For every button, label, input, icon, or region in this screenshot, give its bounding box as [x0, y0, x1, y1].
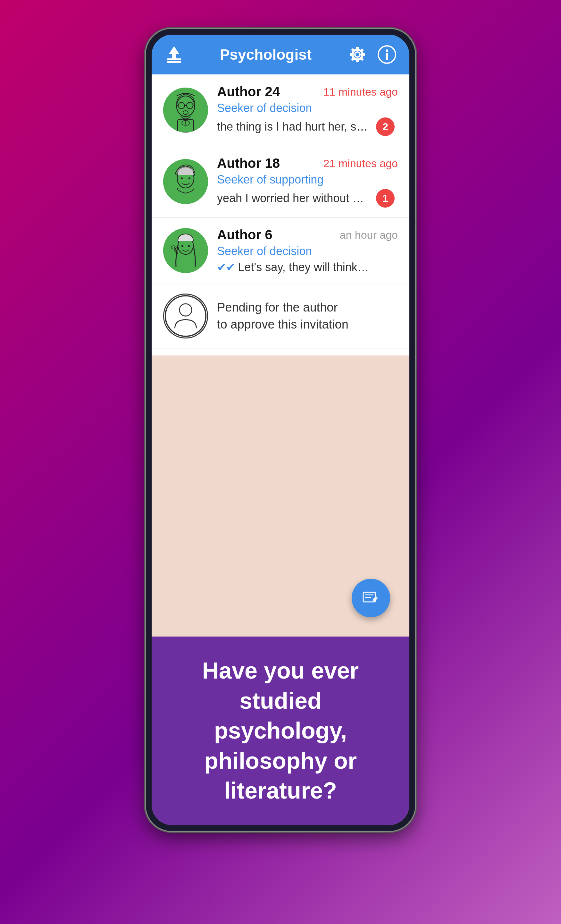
upload-icon-button[interactable] [163, 44, 185, 66]
avatar [163, 159, 208, 204]
avatar [163, 228, 208, 273]
timestamp: an hour ago [340, 229, 398, 241]
seeker-label: Seeker of supporting [217, 173, 398, 186]
pending-text: Pending for the author to approve this i… [217, 299, 398, 333]
author-name: Author 24 [217, 84, 280, 99]
compose-fab-button[interactable] [352, 579, 390, 617]
timestamp: 21 minutes ago [323, 157, 398, 170]
pending-line1: Pending for the author to approve this i… [217, 301, 349, 331]
seeker-label: Seeker of decision [217, 101, 398, 115]
chat-preview-row: the thing is I had hurt her, she h 2 [217, 117, 398, 136]
chat-preview: the thing is I had hurt her, she h [217, 120, 371, 134]
svg-point-5 [386, 50, 388, 52]
svg-point-20 [188, 177, 190, 179]
header-icons [347, 44, 398, 66]
chat-preview: yeah I worried her without mea [217, 192, 371, 205]
header-title: Psychologist [220, 46, 311, 63]
timestamp: 11 minutes ago [323, 86, 398, 98]
svg-rect-1 [167, 61, 181, 63]
app-header: Psychologist [152, 34, 409, 74]
chat-item[interactable]: Author 18 21 minutes ago Seeker of suppo… [152, 146, 409, 218]
chat-content: Pending for the author to approve this i… [217, 299, 398, 333]
avatar [163, 88, 208, 132]
chat-item[interactable]: Author 24 11 minutes ago Seeker of decis… [152, 74, 409, 146]
chat-preview-row: yeah I worried her without mea 1 [217, 189, 398, 208]
unread-badge: 1 [376, 189, 395, 208]
chat-item[interactable]: Author 6 an hour ago Seeker of decision … [152, 218, 409, 284]
bottom-text-area: Have you ever studied psychology, philos… [152, 636, 409, 825]
chat-preview: ✔✔ Let's say, they will think so. A... [217, 261, 371, 274]
svg-point-23 [181, 245, 183, 247]
author-name: Author 6 [217, 227, 272, 243]
phone-screen: Psychologist [152, 34, 409, 825]
info-icon-button[interactable] [376, 44, 398, 66]
svg-rect-4 [386, 53, 388, 60]
chat-content: Author 18 21 minutes ago Seeker of suppo… [217, 156, 398, 208]
phone-wrapper: Psychologist [141, 29, 420, 895]
svg-marker-2 [169, 46, 179, 58]
chat-item-start[interactable]: You can start to chat now [152, 348, 409, 356]
unread-badge: 2 [376, 117, 395, 136]
svg-point-24 [188, 245, 190, 247]
bottom-promo-text: Have you ever studied psychology, philos… [177, 656, 384, 806]
svg-point-19 [181, 177, 183, 179]
settings-icon-button[interactable] [347, 44, 368, 66]
avatar-pending [163, 294, 208, 339]
chat-item-pending[interactable]: Pending for the author to approve this i… [152, 284, 409, 348]
svg-rect-0 [167, 58, 181, 60]
chat-header-row: Author 18 21 minutes ago [217, 156, 398, 171]
chat-list: Author 24 11 minutes ago Seeker of decis… [152, 74, 409, 356]
chat-preview-row: ✔✔ Let's say, they will think so. A... [217, 261, 398, 274]
chat-header-row: Author 24 11 minutes ago [217, 84, 398, 99]
chat-content: Author 24 11 minutes ago Seeker of decis… [217, 84, 398, 136]
preview-text: Let's say, they will think so. A... [238, 261, 371, 274]
empty-area [152, 356, 409, 636]
seeker-label: Seeker of decision [217, 244, 398, 258]
phone-frame: Psychologist [146, 29, 415, 831]
chat-content: Author 6 an hour ago Seeker of decision … [217, 227, 398, 274]
author-name: Author 18 [217, 156, 280, 171]
chat-header-row: Author 6 an hour ago [217, 227, 398, 243]
